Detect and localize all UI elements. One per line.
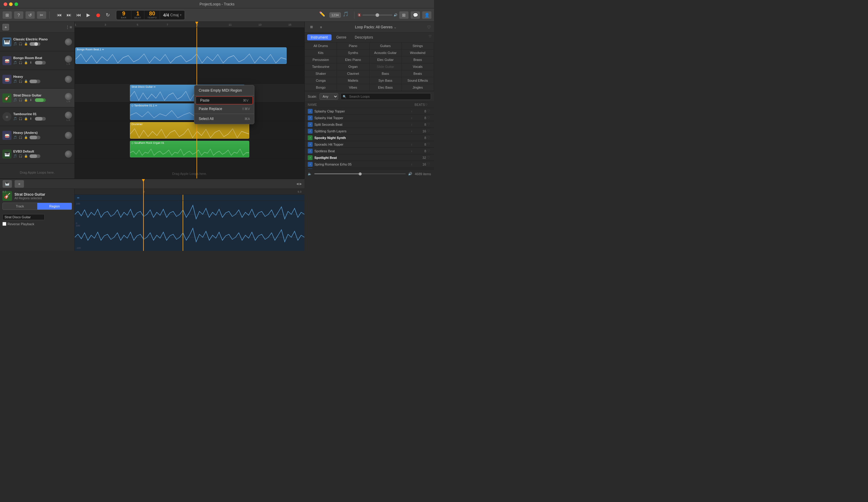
solo-button[interactable]: 🎧 (19, 136, 23, 140)
record-button[interactable]: ⬤ (94, 11, 102, 19)
elec-guitar-button[interactable]: Elec Guitar (370, 57, 402, 63)
region[interactable]: Drummer (130, 122, 249, 139)
smart-tempo-button[interactable]: 🎵 (343, 11, 351, 19)
mute-button[interactable]: 🎵 (13, 136, 18, 140)
paste-item[interactable]: Paste ⌘V (196, 96, 253, 104)
descriptors-tab[interactable]: Descriptors (351, 34, 377, 40)
list-item[interactable]: ♪ Split Seconds Beat ↓ 8 ♡ (305, 121, 434, 128)
jingles-button[interactable]: Jingles (402, 84, 434, 91)
loop-download-icon[interactable]: ↓ (409, 149, 414, 153)
lock-button[interactable]: 🔒 (24, 42, 28, 47)
add-track-button[interactable]: + (2, 24, 9, 30)
lock-button[interactable]: 🔒 (24, 98, 28, 103)
track-pan-knob[interactable] (65, 76, 72, 83)
fast-forward-button[interactable]: ⏭ (65, 11, 73, 19)
track-row[interactable]: 🥁 Heavy (Anders) 🎵 🎧 🔒 (0, 126, 74, 145)
select-all-item[interactable]: Select All ⌘A (194, 115, 254, 123)
woodwind-button[interactable]: Woodwind (402, 50, 434, 57)
beats-button[interactable]: Beats (402, 70, 434, 77)
elec-bass-button[interactable]: Elec Bass (370, 84, 402, 91)
loop-fav-icon[interactable]: ♡ (426, 162, 431, 166)
preview-volume-slider[interactable] (314, 173, 406, 174)
brass-button[interactable]: Brass (402, 57, 434, 63)
sound-effects-button[interactable]: Sound Effects (402, 77, 434, 84)
dl-button[interactable]: ⬇ (30, 117, 34, 121)
share-button[interactable]: 💬 (411, 11, 420, 19)
loop-button[interactable]: ↻ (103, 11, 112, 19)
organ-button[interactable]: Organ (337, 63, 369, 70)
help-button[interactable]: ? (14, 11, 23, 19)
track-volume-slider[interactable] (35, 117, 46, 121)
pencil-button[interactable]: ✏️ (319, 11, 328, 19)
elec-piano-button[interactable]: Elec Piano (337, 57, 369, 63)
strings-button[interactable]: Strings (402, 42, 434, 50)
reverse-playback-check[interactable] (2, 222, 6, 226)
track-pan-knob[interactable] (65, 38, 72, 45)
mute-button[interactable]: 🎵 (13, 154, 18, 158)
track-row[interactable]: 🎹 Classic Electric Piano 🎵 🎧 🔒 (0, 33, 74, 51)
track-lane[interactable]: Strat Disco Guitar ∞ (75, 84, 304, 103)
paste-replace-item[interactable]: Paste Replace ⇧⌘V (194, 105, 254, 113)
solo-button[interactable]: 🎧 (19, 42, 23, 47)
grid-view-button[interactable]: ⊞ (308, 24, 315, 30)
region-name-input[interactable] (2, 214, 45, 220)
lock-button[interactable]: 🔒 (24, 117, 28, 121)
track-volume-slider[interactable] (30, 136, 40, 139)
percussion-button[interactable]: Percussion (305, 57, 337, 63)
bass-button[interactable]: Bass (370, 70, 402, 77)
badge-button[interactable]: 1234 (329, 12, 341, 18)
syn-bass-button[interactable]: Syn Bass (370, 77, 402, 84)
dl-button[interactable]: ⬇ (30, 98, 34, 103)
loop-download-icon[interactable]: ↓ (409, 163, 414, 166)
track-row[interactable]: ○ Tambourine 01 🎵 🎧 🔒 ⬇ LR (0, 107, 74, 126)
library-button[interactable]: ⊞ (2, 11, 12, 19)
mute-button[interactable]: 🎵 (13, 117, 18, 121)
list-item[interactable]: ♪ Splashy Clap Topper ↓ 8 ♡ (305, 108, 434, 115)
mute-button[interactable]: 🎵 (13, 61, 18, 65)
track-pan-knob[interactable] (65, 112, 72, 119)
create-midi-region-item[interactable]: Create Empty MIDI Region (194, 86, 254, 94)
dl-button[interactable]: ⬇ (30, 61, 34, 65)
fav-header-icon[interactable]: ♡ (427, 25, 431, 30)
track-volume-slider[interactable] (30, 80, 40, 83)
track-lane[interactable]: ◇ Southern Rock Organ 01 (75, 140, 304, 158)
guitars-button[interactable]: Guitars (370, 42, 402, 50)
reverse-playback-checkbox[interactable]: Reverse Playback (2, 222, 72, 226)
conga-button[interactable]: Conga (305, 77, 337, 84)
track-lane[interactable]: ◇ Tambourine 01.1 ∞ (75, 103, 304, 121)
solo-button[interactable]: 🎧 (19, 80, 23, 84)
track-lane[interactable] (75, 28, 304, 47)
lock-button[interactable]: 🔒 (24, 136, 28, 140)
maximize-button[interactable] (14, 2, 18, 6)
loop-fav-icon[interactable]: ♡ (426, 122, 431, 126)
loop-fav-icon[interactable]: ♡ (426, 142, 431, 146)
loop-download-icon[interactable]: ↓ (409, 143, 414, 146)
mute-button[interactable]: 🎵 (13, 98, 18, 103)
loop-fav-icon[interactable]: ♡ (426, 156, 431, 160)
piano-roll-button[interactable]: 🎹 (2, 180, 12, 188)
acoustic-guitar-button[interactable]: Acoustic Guitar (370, 50, 402, 57)
master-volume-slider[interactable] (362, 14, 392, 16)
track-pan-knob[interactable] (65, 151, 72, 158)
minimize-button[interactable] (9, 2, 13, 6)
editor-mode-button[interactable]: ≡ (14, 180, 24, 188)
list-item[interactable]: ♪ Sporadic Hit Topper ↓ 8 ♡ (305, 141, 434, 148)
track-pan-knob[interactable] (65, 55, 72, 63)
track-row[interactable]: 🎸 Strat Disco Guitar 🎵 🎧 🔒 ⬇ LR (0, 89, 74, 107)
loop-download-icon[interactable]: ↓ (409, 123, 414, 126)
full-screen-button[interactable]: ⊞ (399, 11, 409, 19)
track-lane[interactable]: Drummer (75, 121, 304, 140)
mute-button[interactable]: 🎵 (13, 42, 18, 47)
loop-download-icon[interactable]: ↓ (409, 129, 414, 133)
loop-fav-icon[interactable]: ♡ (426, 109, 431, 113)
track-volume-slider[interactable] (30, 42, 40, 46)
loop-fav-icon[interactable]: ♡ (426, 136, 431, 140)
rewind-button[interactable]: ⏮ (55, 11, 64, 19)
loop-download-icon[interactable]: ↓ (409, 116, 414, 120)
list-view-button[interactable]: ≡ (318, 24, 324, 30)
to-start-button[interactable]: ⏮ (74, 11, 83, 19)
slide-guitar-button[interactable]: Slide Guitar (370, 63, 402, 70)
scale-select[interactable]: Any Major Minor (320, 93, 338, 100)
track-tab[interactable]: Track (2, 203, 37, 210)
mute-button[interactable]: 🎵 (13, 80, 18, 84)
